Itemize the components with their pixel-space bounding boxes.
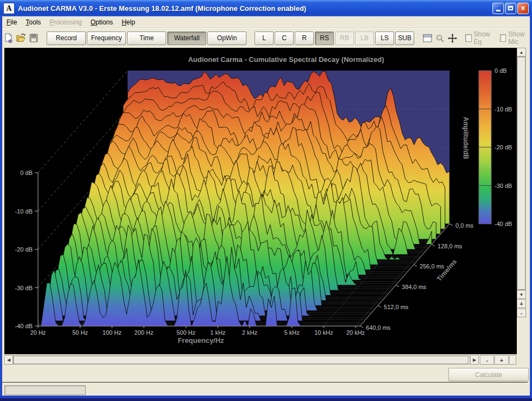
right-arrow-icon: ▶ [473, 358, 476, 362]
close-button[interactable]: × [517, 3, 529, 14]
channel-rb-button[interactable]: RB [335, 32, 354, 45]
svg-text:0 dB: 0 dB [495, 67, 507, 74]
svg-text:Frequency/Hz: Frequency/Hz [178, 336, 224, 344]
hscroll-thumb[interactable] [14, 356, 468, 364]
pan-button[interactable] [447, 32, 458, 45]
menu-item-options[interactable]: Options [86, 17, 117, 27]
csd-chart: 0 dB-10 dB-20 dB-30 dB-40 dB20 Hz50 Hz10… [4, 48, 517, 354]
view-record-button[interactable]: Record [47, 32, 86, 45]
svg-text:0,0 ms: 0,0 ms [455, 222, 474, 229]
svg-text:512,0 ms: 512,0 ms [384, 304, 409, 310]
open-file-icon [16, 33, 26, 43]
svg-text:500 Hz: 500 Hz [176, 329, 195, 336]
up-arrow-icon: ▲ [520, 50, 524, 55]
menu-item-processing[interactable]: Processing [45, 17, 86, 27]
hscroll-track[interactable] [13, 355, 470, 365]
svg-text:-20 dB: -20 dB [495, 144, 512, 151]
vscroll-minus-button[interactable]: - [517, 309, 526, 317]
left-arrow-icon: ◀ [7, 358, 10, 362]
plus-icon: + [520, 300, 523, 307]
svg-text:-40 dB: -40 dB [15, 323, 33, 329]
toolbar: RecordFrequencyTimeWaterfallOpWin LCRRSR… [2, 28, 530, 47]
svg-text:20 Hz: 20 Hz [30, 329, 46, 336]
hscroll-right-button[interactable]: ▶ [470, 355, 479, 365]
svg-text:50 Hz: 50 Hz [72, 329, 88, 336]
opwin-window-icon [423, 34, 432, 42]
vscroll-down-button[interactable]: ▼ [517, 290, 526, 299]
svg-text:200 Hz: 200 Hz [135, 329, 154, 336]
maximize-button[interactable] [505, 3, 516, 14]
channel-r-button[interactable]: R [295, 32, 314, 45]
minimize-icon [496, 10, 501, 11]
svg-text:100 Hz: 100 Hz [103, 329, 122, 336]
app-icon[interactable]: A [3, 3, 15, 14]
svg-text:128,0 ms: 128,0 ms [438, 243, 463, 249]
svg-text:640,0 ms: 640,0 ms [366, 324, 391, 331]
new-file-button[interactable] [3, 32, 14, 45]
view-opwin-button[interactable]: OpWin [207, 32, 246, 45]
vscroll-plus-button[interactable]: + [517, 299, 526, 308]
window-border-right [530, 16, 532, 396]
checkbox-group: Show EqShow Mic [459, 30, 530, 46]
hscroll-plus-button[interactable]: + [495, 355, 509, 365]
view-frequency-button[interactable]: Frequency [87, 32, 126, 45]
calculate-panel: Calculate [2, 366, 530, 382]
open-file-button[interactable] [15, 32, 27, 45]
svg-text:384,0 ms: 384,0 ms [402, 284, 427, 290]
menu-item-tools[interactable]: Tools [21, 17, 45, 27]
checkbox-label: Show Eq [474, 30, 494, 46]
svg-text:1 kHz: 1 kHz [210, 329, 225, 336]
svg-text:-20 dB: -20 dB [15, 246, 33, 253]
svg-text:2 kHz: 2 kHz [242, 329, 257, 336]
view-time-button[interactable]: Time [127, 32, 166, 45]
menu-item-file[interactable]: File [2, 17, 21, 27]
svg-text:10 kHz: 10 kHz [314, 329, 333, 336]
progress-placeholder [4, 385, 86, 395]
svg-text:20 kHz: 20 kHz [346, 329, 365, 336]
new-file-icon [4, 33, 14, 43]
checkbox-icon [465, 34, 471, 42]
svg-text:Audionet Carma - Cumulative Sp: Audionet Carma - Cumulative Spectral Dec… [188, 55, 384, 64]
channel-button-group: LCRRSRBLBLSSUB [254, 32, 415, 45]
vscroll-up-button[interactable]: ▲ [517, 48, 526, 57]
checkbox-show-mic[interactable]: Show Mic [500, 30, 530, 46]
channel-l-button[interactable]: L [255, 32, 274, 45]
channel-ls-button[interactable]: LS [375, 32, 394, 45]
svg-text:Amplitude/dB: Amplitude/dB [462, 117, 470, 159]
checkbox-icon [500, 34, 506, 42]
menu-item-help[interactable]: Help [117, 17, 140, 27]
channel-lb-button[interactable]: LB [355, 32, 374, 45]
view-button-group: RecordFrequencyTimeWaterfallOpWin [46, 32, 247, 45]
checkbox-label: Show Mic [508, 30, 530, 46]
save-file-icon [29, 33, 39, 43]
svg-text:-30 dB: -30 dB [495, 183, 512, 189]
channel-c-button[interactable]: C [275, 32, 294, 45]
svg-text:-10 dB: -10 dB [495, 106, 512, 112]
maximize-icon [508, 6, 513, 10]
channel-sub-button[interactable]: SUB [395, 32, 414, 45]
opwin-window-button[interactable] [422, 32, 433, 45]
hscroll-minus-button[interactable]: - [480, 355, 494, 365]
checkbox-show-eq[interactable]: Show Eq [465, 30, 493, 46]
waterfall-plot: 0 dB-10 dB-20 dB-30 dB-40 dB20 Hz50 Hz10… [4, 48, 517, 354]
hscroll-left-button[interactable]: ◀ [4, 355, 13, 365]
save-file-button[interactable] [28, 32, 39, 45]
svg-text:-40 dB: -40 dB [495, 221, 512, 227]
channel-rs-button[interactable]: RS [315, 32, 334, 45]
minus-icon: - [521, 310, 523, 316]
vscroll-thumb[interactable] [517, 57, 525, 290]
minimize-button[interactable] [492, 3, 504, 14]
down-arrow-icon: ▼ [520, 292, 524, 297]
close-icon: × [521, 4, 525, 12]
separator-line [2, 382, 528, 383]
window-border-left [0, 16, 2, 396]
window-border-bottom-dark [0, 398, 532, 401]
vscroll-track[interactable] [517, 57, 526, 290]
title-bar[interactable]: A Audionet CARMA V3.0 - Erste Messung 18… [0, 0, 532, 16]
calculate-button[interactable]: Calculate [448, 368, 529, 381]
view-waterfall-button[interactable]: Waterfall [167, 32, 206, 45]
zoom-button[interactable] [434, 32, 446, 45]
svg-text:256,0 ms: 256,0 ms [420, 263, 445, 270]
menu-bar: FileToolsProcessingOptionsHelp [2, 16, 530, 28]
scroll-corner [509, 355, 516, 365]
